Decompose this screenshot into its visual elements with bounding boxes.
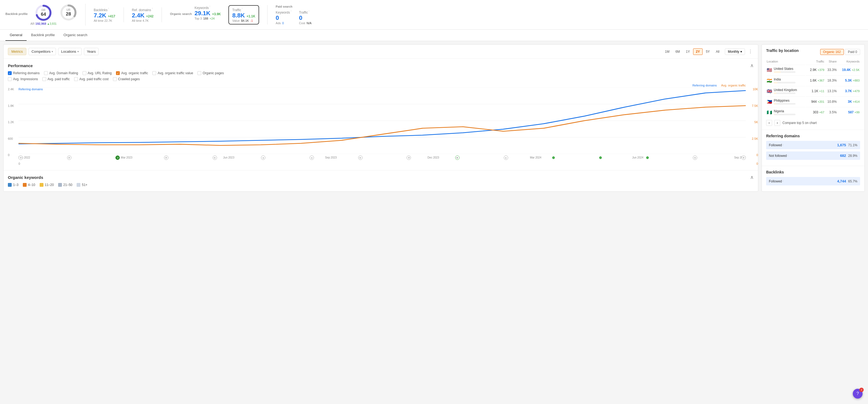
time-6m[interactable]: 6M [673,49,683,55]
cb-avg-url-rating-box [83,71,86,75]
keywords-metric: Keywords ⁱ 29.1K +3.9K Top 3 188 +24 [194,5,221,25]
event-dot-7[interactable]: a [310,155,314,160]
paid-cost-label: Cost [299,22,305,25]
cb-avg-impressions-label: Avg. Impressions [13,77,38,81]
tab-general[interactable]: General [5,30,27,41]
cb-crawled-pages-box [113,77,117,81]
paid-keywords-info-icon[interactable]: ⁱ [291,10,291,13]
next-arrow[interactable]: › [774,120,780,126]
cb-referring-domains-box: ✓ [8,71,12,75]
dr-value: 64 [41,12,46,17]
traffic-delta-3: +201 [817,100,824,103]
ar-value: 192,968 [35,22,46,25]
cb-avg-url-rating-label: Avg. URL Rating [88,71,112,75]
ref-domains-value: 2.4K [132,12,145,19]
cb-avg-organic-traffic-label: Avg. organic traffic [121,71,148,75]
cb-avg-domain-rating[interactable]: Avg. Domain Rating [44,71,78,75]
time-1y[interactable]: 1Y [683,49,693,55]
tab-backlink-profile[interactable]: Backlink profile [27,30,59,41]
cb-avg-organic-traffic-value[interactable]: Avg. organic traffic value [152,71,193,75]
cb-avg-impressions[interactable]: Avg. Impressions [8,77,38,81]
more-options-button[interactable]: ⋮ [747,48,754,55]
ref-val-1: 682 [840,153,846,158]
organic-keywords-checkboxes: 1–3 4–10 11–20 21–50 51+ [3,183,758,190]
ok-range-11-20[interactable]: 11–20 [40,183,54,187]
monthly-dropdown[interactable]: Monthly ▾ [725,49,745,55]
event-dot-9[interactable]: ② [407,155,411,160]
tab-organic[interactable]: Organic 162 [820,49,844,55]
organic-keywords-collapse-button[interactable]: ∧ [750,174,754,180]
metrics-button[interactable]: Metrics [8,48,26,55]
event-dot-5[interactable]: G [213,155,217,160]
backlinks-info-icon[interactable]: ⁱ [108,7,109,10]
event-dot-3-highlight[interactable]: ② [116,155,120,160]
right-panel: Traffic by location Organic 162 Paid 0 L… [762,44,865,192]
kw-val-3: 3K [848,100,852,104]
event-dot-6[interactable]: a [261,155,265,160]
ok-range-21-50[interactable]: 21–50 [58,183,72,187]
paid-search-group: Paid search Keywords ⁱ 0 Ads 0 Traffic ⁱ… [276,5,311,25]
performance-collapse-button[interactable]: ∧ [750,62,754,68]
traffic-delta-2: +11 [819,89,824,93]
cb-referring-domains[interactable]: ✓ Referring domains [8,71,40,75]
cb-avg-organic-traffic-value-label: Avg. organic traffic value [157,71,193,75]
cb-crawled-pages[interactable]: Crawled pages [113,77,140,81]
event-dot-16[interactable]: ② [741,155,746,160]
col-location: Location [767,59,805,64]
event-dot-4[interactable]: ② [164,155,168,160]
cb-avg-paid-traffic-cost[interactable]: Avg. paid traffic cost [74,77,108,81]
cb-avg-organic-traffic[interactable]: ✓ Avg. organic traffic [116,71,148,75]
event-dot-15[interactable]: G [693,155,697,160]
event-dot-10[interactable]: ⊕ [455,155,460,160]
event-dot-14[interactable] [646,156,649,159]
time-all[interactable]: All [713,49,722,55]
time-1m[interactable]: 1M [662,49,672,55]
event-dot-12[interactable] [552,156,555,159]
ok-range-1-3-color [8,183,12,187]
ok-range-11-20-label: 11–20 [45,183,54,187]
cb-organic-pages[interactable]: Organic pages [197,71,224,75]
ur-value: 28 [66,11,71,17]
locations-dropdown[interactable]: Locations ▾ [58,48,82,55]
years-button[interactable]: Years [84,48,99,55]
ref-domains-sub: All time 4.7K [132,19,154,22]
y-right-bottom-0: 0 [756,162,758,165]
ok-range-51-plus[interactable]: 51+ [76,183,87,187]
time-2y[interactable]: 2Y [693,49,703,55]
competitors-dropdown[interactable]: Competitors ▾ [29,48,56,55]
flag-2: 🇬🇧 [767,89,772,94]
keywords-sub-value: 188 [203,17,208,20]
traffic-val-3: 944 [811,100,817,104]
organic-search-group: Organic search Keywords ⁱ 29.1K +3.9K To… [170,5,268,25]
share-val-4: 3.5% [829,110,837,114]
paid-traffic-info-icon[interactable]: ⁱ [309,10,309,13]
y-right-10k: 10K [747,88,758,91]
traffic-info-icon[interactable]: ⁱ [242,7,243,10]
cb-avg-domain-rating-box [44,71,48,75]
event-dot-13[interactable] [599,156,602,159]
ok-range-4-10-label: 4–10 [28,183,35,187]
cb-avg-paid-traffic[interactable]: Avg. paid traffic [42,77,70,81]
tab-paid[interactable]: Paid 0 [845,49,860,55]
chart-svg-area [19,88,746,154]
cb-avg-url-rating[interactable]: Avg. URL Rating [83,71,112,75]
time-5y[interactable]: 5Y [703,49,713,55]
event-dot-11[interactable]: a [504,155,508,160]
cb-referring-domains-label: Referring domains [13,71,40,75]
ref-domains-info-icon[interactable]: ⁱ [152,7,153,10]
dr-label: DR [41,9,46,12]
kw-delta-4: +99 [855,111,860,114]
referring-domains-section: Referring domains Followed ⁱ 1,675 71.1%… [762,130,865,166]
cb-crawled-pages-label: Crawled pages [118,77,140,81]
ok-range-1-3[interactable]: 1–3 [8,183,19,187]
prev-arrow[interactable]: ‹ [766,120,772,126]
flag-4: 🇳🇬 [767,110,772,115]
ref-domains-label: Ref. domains [132,8,151,12]
keywords-info-icon[interactable]: ⁱ [210,5,210,8]
backlinks-sub: All time 22.7K [94,19,116,22]
event-dot-2[interactable]: ② [67,155,71,160]
tab-organic-search[interactable]: Organic search [59,30,92,41]
event-dot-8[interactable]: G [358,155,363,160]
ok-range-4-10[interactable]: 4–10 [23,183,35,187]
event-dot-1[interactable]: ② [19,155,23,160]
